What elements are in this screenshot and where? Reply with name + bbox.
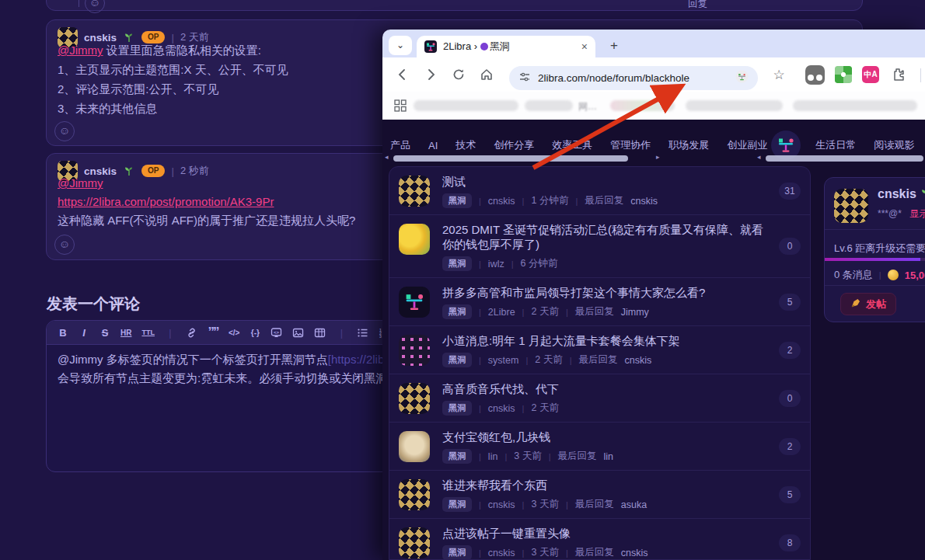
thread-avatar[interactable] xyxy=(399,335,430,366)
thread-tag[interactable]: 黑洞 xyxy=(442,545,472,560)
thread-title[interactable]: 2025 DMIT 圣诞节促销活动汇总(稳定有有质量又有保障、就看你的钱包厚不厚… xyxy=(442,222,766,252)
image-icon[interactable] xyxy=(292,327,304,339)
comment-author[interactable]: cnskis xyxy=(84,165,117,177)
thread-avatar[interactable] xyxy=(399,431,430,462)
reload-icon[interactable] xyxy=(449,57,468,92)
thread-author[interactable]: cnskis xyxy=(488,196,515,207)
thread-author[interactable]: cnskis xyxy=(488,403,515,414)
back-icon[interactable] xyxy=(393,57,412,92)
bullet-list-icon[interactable] xyxy=(357,327,368,339)
italic-icon[interactable]: I xyxy=(79,327,89,339)
browser-tab[interactable]: 2Libra › 黑洞 × xyxy=(417,36,595,57)
thread-tag[interactable]: 黑洞 xyxy=(442,304,472,319)
thread-title[interactable]: 测试 xyxy=(442,174,766,189)
translate-extension-icon[interactable]: 中A xyxy=(862,66,879,83)
thread-title[interactable]: 小道消息:明年 1 月起大流量卡套餐会集体下架 xyxy=(442,333,766,348)
nav-item[interactable]: 管理协作 xyxy=(610,138,651,152)
table-icon[interactable] xyxy=(314,327,326,339)
comment-author[interactable]: cnskis xyxy=(84,32,117,43)
mention-link[interactable]: @Jimmy xyxy=(58,43,103,57)
editor-text-line[interactable]: @Jimmy 多标签页的情况下一个标签页打开黑洞节点[https://2libr… xyxy=(58,353,410,367)
sidebar-username[interactable]: cnskis xyxy=(878,187,916,200)
reply-link[interactable]: 回复 xyxy=(688,0,707,11)
nav-item[interactable]: 产品 xyxy=(390,138,410,152)
thread-row[interactable]: 支付宝领红包,几块钱 黑洞|lin|3 天前|最后回复lin 2 xyxy=(389,423,810,471)
home-icon[interactable] xyxy=(477,57,496,92)
thread-author[interactable]: system xyxy=(488,355,519,366)
last-replier[interactable]: lin xyxy=(604,451,614,462)
thread-title[interactable]: 支付宝领红包,几块钱 xyxy=(442,430,766,444)
nav-item[interactable]: 技术 xyxy=(456,138,476,152)
nav-item[interactable]: 创作分享 xyxy=(494,138,534,152)
thread-title[interactable]: 点进该帖子一键重置头像 xyxy=(442,526,766,541)
thread-row[interactable]: 测试 黑洞|cnskis|1 分钟前|最后回复cnskis 31 xyxy=(389,167,810,215)
user-avatar[interactable] xyxy=(834,189,868,223)
scroll-left-icon[interactable]: ◂ xyxy=(757,153,761,161)
thread-tag[interactable]: 黑洞 xyxy=(442,256,472,271)
thread-avatar[interactable] xyxy=(399,383,430,414)
smiley-reaction-icon[interactable]: ☺ xyxy=(85,0,105,13)
thread-title[interactable]: 高音质音乐代找、代下 xyxy=(442,381,766,396)
bookmark-star-icon[interactable]: ☆ xyxy=(770,57,788,92)
comment-code-icon[interactable]: <> xyxy=(271,327,282,339)
thread-tag[interactable]: 黑洞 xyxy=(442,497,472,512)
thread-author[interactable]: 2Libre xyxy=(488,307,515,318)
promotion-link[interactable]: https://2libra.com/post/promotion/AK3-9P… xyxy=(58,195,274,208)
new-post-button[interactable]: 发帖 xyxy=(840,293,896,315)
new-tab-button[interactable]: + xyxy=(605,37,623,55)
show-email-link[interactable]: 显示 xyxy=(909,208,925,219)
bookmark-item[interactable] xyxy=(793,100,917,111)
last-replier[interactable]: Jimmy xyxy=(621,307,649,318)
scroll-right-icon[interactable]: ▸ xyxy=(656,153,660,161)
horizontal-scrollbar[interactable] xyxy=(766,155,923,162)
thread-tag[interactable]: 黑洞 xyxy=(442,401,472,416)
thread-title[interactable]: 谁进来帮我看个东西 xyxy=(442,478,766,492)
bookmark-item[interactable] xyxy=(610,100,675,111)
thread-row[interactable]: 拼多多高管和市监局领导打架这个事情大家怎么看? 黑洞|2Libre|2 天前|最… xyxy=(389,278,810,326)
thread-row[interactable]: 高音质音乐代找、代下 黑洞|cnskis|2 天前 0 xyxy=(389,374,810,423)
thread-author[interactable]: cnskis xyxy=(488,548,515,558)
thread-tag[interactable]: 黑洞 xyxy=(442,449,472,464)
nav-item[interactable]: 创业副业 xyxy=(727,138,767,152)
title-icon[interactable]: TTL xyxy=(141,329,155,336)
nav-item[interactable]: AI xyxy=(428,140,438,151)
site-settings-icon[interactable] xyxy=(518,71,531,86)
extensions-puzzle-icon[interactable] xyxy=(888,57,908,92)
thread-avatar[interactable] xyxy=(399,287,430,318)
strikethrough-icon[interactable]: S xyxy=(99,327,110,339)
extension-grid-icon[interactable] xyxy=(835,66,852,83)
link-icon[interactable] xyxy=(186,327,197,339)
bookmark-item[interactable]: 网… xyxy=(578,100,597,113)
url-text[interactable]: 2libra.com/node/forum/blackhole xyxy=(538,72,728,84)
thread-author[interactable]: cnskis xyxy=(488,499,515,510)
nav-item[interactable]: 阅读观影 xyxy=(874,138,914,152)
smiley-reaction-icon[interactable]: ☺ xyxy=(54,235,75,255)
thread-title[interactable]: 拼多多高管和市监局领导打架这个事情大家怎么看? xyxy=(442,285,766,300)
horizontal-rule-icon[interactable]: HR xyxy=(120,329,131,337)
code-block-icon[interactable]: {-} xyxy=(250,329,260,337)
thread-avatar[interactable] xyxy=(399,479,430,510)
bookmark-item[interactable] xyxy=(414,100,518,111)
last-replier[interactable]: cnskis xyxy=(621,548,648,558)
thread-row[interactable]: 小道消息:明年 1 月起大流量卡套餐会集体下架 黑洞|system|2 天前|最… xyxy=(389,326,810,374)
thread-author[interactable]: iwlz xyxy=(488,259,504,270)
page-action-site-icon[interactable] xyxy=(735,70,749,86)
tab-close-icon[interactable]: × xyxy=(581,40,588,53)
thread-row[interactable]: 点进该帖子一键重置头像 黑洞|cnskis|3 天前|最后回复cnskis 8 xyxy=(389,519,810,560)
messages-count[interactable]: 0 条消息 xyxy=(834,268,873,282)
editor-text-line[interactable]: 会导致所有节点主题变更为:霓虹未来。必须手动切换或关闭黑洞节 xyxy=(58,371,399,386)
quote-icon[interactable]: ”” xyxy=(208,325,218,340)
bold-icon[interactable]: B xyxy=(58,327,68,339)
apps-grid-icon[interactable] xyxy=(392,92,409,120)
scroll-left-icon[interactable]: ◂ xyxy=(385,153,389,161)
inline-code-icon[interactable]: </> xyxy=(229,329,239,337)
extension-icon[interactable] xyxy=(805,65,825,85)
url-bar[interactable]: 2libra.com/node/forum/blackhole xyxy=(509,66,758,90)
smiley-reaction-icon[interactable]: ☺ xyxy=(54,121,75,141)
thread-avatar[interactable] xyxy=(399,176,430,207)
thread-row[interactable]: 谁进来帮我看个东西 黑洞|cnskis|3 天前|最后回复asuka 5 xyxy=(389,471,810,519)
last-replier[interactable]: asuka xyxy=(621,499,647,510)
mention-link[interactable]: @Jimmy xyxy=(58,176,103,190)
bookmark-item[interactable] xyxy=(686,100,783,111)
thread-tag[interactable]: 黑洞 xyxy=(442,193,472,208)
